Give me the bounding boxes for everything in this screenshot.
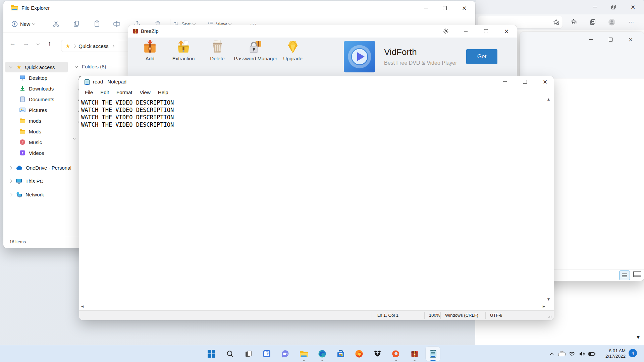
file-explorer-titlebar: File Explorer ×: [3, 1, 475, 15]
breezip-titlebar: BreeZip ×: [128, 25, 517, 38]
breezip-maximize-button[interactable]: [479, 26, 493, 36]
tool-label: Upgrade: [283, 56, 303, 61]
favorites-icon[interactable]: [569, 17, 579, 27]
menu-view[interactable]: View: [136, 89, 154, 95]
add-favorite-icon[interactable]: [551, 17, 561, 27]
breezip-window[interactable]: BreeZip × Add Extraction Delete: [128, 25, 517, 76]
chevron-right-icon[interactable]: [9, 166, 12, 169]
taskbar-file-explorer-button[interactable]: [294, 345, 313, 362]
taskbar-edge-button[interactable]: [313, 345, 331, 362]
notepad-window[interactable]: read - Notepad × File Edit Format View H…: [79, 76, 554, 320]
cut-button[interactable]: [52, 20, 60, 28]
menu-file[interactable]: File: [81, 89, 97, 95]
taskbar-firefox-button[interactable]: [350, 345, 368, 362]
origin-icon: [392, 350, 400, 358]
breezip-minimize-button[interactable]: [459, 26, 472, 36]
widgets-button[interactable]: [258, 345, 276, 362]
breezip-close-button[interactable]: ×: [500, 26, 513, 36]
sidebar-item-network[interactable]: Network: [3, 189, 75, 200]
profile-icon[interactable]: [607, 17, 617, 27]
paste-button[interactable]: [93, 20, 101, 28]
vscroll-down-icon[interactable]: ▼: [547, 298, 550, 301]
active-indicator: [430, 360, 436, 361]
rename-button[interactable]: [112, 20, 121, 28]
group-collapse-icon[interactable]: [75, 65, 78, 68]
hscroll-right-icon[interactable]: ▶: [543, 305, 545, 308]
forward-button[interactable]: →: [23, 40, 29, 47]
edge-scroll-down-icon[interactable]: ▼: [637, 335, 640, 339]
fe-maximize-button[interactable]: [438, 3, 451, 13]
fe-minimize-button[interactable]: [419, 3, 433, 13]
widgets-icon: [263, 350, 271, 358]
get-button[interactable]: Get: [466, 49, 497, 64]
breezip-password-manager-button[interactable]: Password Manager: [235, 40, 276, 61]
bg-explorer-maximize-button[interactable]: [604, 35, 618, 45]
task-view-button[interactable]: [239, 345, 258, 362]
fe-close-button[interactable]: ×: [458, 3, 471, 13]
taskbar-store-button[interactable]: [331, 345, 350, 362]
chat-button[interactable]: [276, 345, 294, 362]
content-view-button[interactable]: [633, 271, 641, 277]
taskbar-origin-button[interactable]: [387, 345, 405, 362]
edge-minimize-button[interactable]: [588, 2, 601, 12]
menu-format[interactable]: Format: [113, 89, 136, 95]
collections-icon[interactable]: [588, 17, 598, 27]
wifi-icon[interactable]: [567, 349, 577, 359]
sidebar-item-quick-access[interactable]: ★ Quick access: [3, 62, 69, 72]
volume-icon[interactable]: [577, 349, 587, 359]
battery-icon[interactable]: [587, 349, 597, 359]
sidebar-item-this-pc[interactable]: This PC: [3, 176, 75, 186]
notepad-maximize-button[interactable]: [518, 77, 532, 87]
breezip-title: BreeZip: [141, 28, 159, 34]
breezip-add-button[interactable]: Add: [134, 40, 166, 61]
search-button[interactable]: [221, 345, 239, 362]
menu-help[interactable]: Help: [154, 89, 172, 95]
svg-text:♪: ♪: [21, 140, 23, 144]
back-button[interactable]: ←: [9, 40, 16, 47]
breezip-extraction-button[interactable]: Extraction: [167, 40, 200, 61]
notification-badge[interactable]: 4: [629, 349, 637, 357]
crumb-separator-icon[interactable]: [111, 44, 114, 48]
chevron-right-icon[interactable]: [9, 193, 12, 196]
notepad-text-area[interactable]: WATCH THE VIDEO DESCRIPTION WATCH THE VI…: [81, 99, 547, 128]
breezip-settings-icon[interactable]: [439, 26, 452, 36]
notepad-minimize-button[interactable]: [498, 77, 512, 87]
more-icon[interactable]: ···: [626, 17, 636, 27]
copy-button[interactable]: [72, 20, 81, 28]
taskbar-dropbox-button[interactable]: [368, 345, 387, 362]
breezip-delete-button[interactable]: Delete: [201, 40, 233, 61]
breadcrumb[interactable]: Quick access: [78, 43, 108, 49]
clock[interactable]: 8:01 AM 2/17/2022: [605, 348, 626, 359]
folders-group-header[interactable]: Folders (8): [82, 64, 106, 69]
chevron-right-icon[interactable]: [9, 179, 12, 183]
tool-label: Delete: [210, 56, 224, 61]
notepad-close-button[interactable]: ×: [538, 77, 552, 87]
onedrive-tray-icon[interactable]: [557, 349, 567, 359]
notepad-title: read - Notepad: [93, 79, 126, 84]
hidden-icons-chevron[interactable]: [547, 349, 557, 359]
start-button[interactable]: [202, 345, 221, 362]
taskbar-breezip-button[interactable]: [405, 345, 424, 362]
crumb-separator-icon: [73, 44, 76, 48]
taskbar-notepad-button[interactable]: [424, 345, 442, 362]
menu-edit[interactable]: Edit: [97, 89, 113, 95]
vidforth-ad[interactable]: VidForth Best Free DVD & Video Player Ge…: [344, 40, 514, 73]
text-line: WATCH THE VIDEO DESCRIPTION: [81, 99, 547, 106]
edge-close-button[interactable]: ×: [626, 2, 640, 12]
chat-icon: [281, 350, 289, 358]
new-button[interactable]: New: [11, 19, 35, 29]
vscroll-up-icon[interactable]: ▲: [547, 98, 550, 101]
tray-time: 8:01 AM: [605, 348, 626, 354]
running-indicator: [321, 360, 323, 361]
file-explorer-title: File Explorer: [21, 5, 50, 11]
hscroll-left-icon[interactable]: ◀: [81, 305, 84, 308]
edge-restore-button[interactable]: [607, 2, 620, 12]
recent-locations-icon[interactable]: [37, 42, 40, 46]
bg-explorer-minimize-button[interactable]: [584, 35, 598, 45]
resize-grip-icon[interactable]: [548, 314, 552, 318]
breezip-upgrade-button[interactable]: Upgrade: [277, 40, 309, 61]
details-view-button[interactable]: [619, 270, 630, 280]
address-bar[interactable]: ★ Quick access: [61, 40, 137, 52]
up-button[interactable]: ↑: [48, 40, 51, 47]
bg-explorer-close-button[interactable]: ×: [624, 35, 637, 45]
